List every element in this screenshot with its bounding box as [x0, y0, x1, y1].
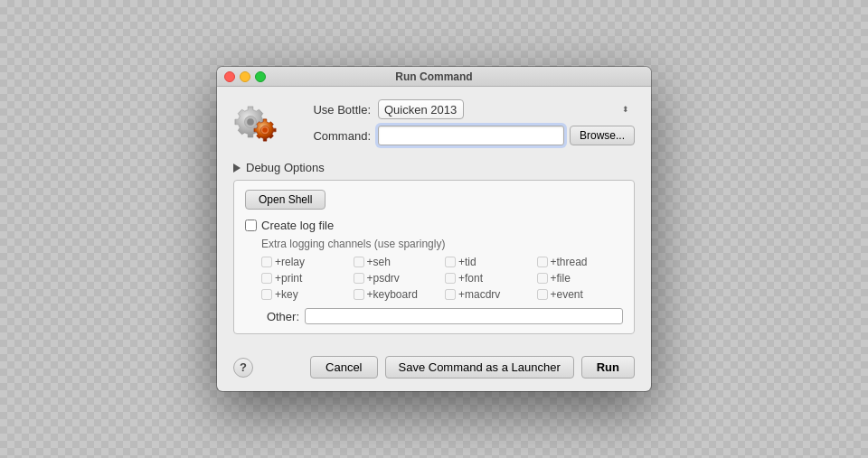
log-option-macdrv: +macdrv [445, 288, 532, 301]
other-row: Other: [261, 308, 623, 324]
command-row: Command: Browse... [289, 126, 635, 145]
event-label: +event [551, 288, 583, 301]
use-bottle-label: Use Bottle: [289, 103, 371, 117]
key-checkbox[interactable] [261, 289, 272, 300]
print-checkbox[interactable] [261, 273, 272, 284]
debug-section: Debug Options Open Shell Create log file… [233, 161, 635, 334]
psdrv-label: +psdrv [367, 272, 400, 285]
event-checkbox[interactable] [537, 289, 548, 300]
bottle-select[interactable]: Quicken 2013 [378, 99, 464, 119]
close-button[interactable] [224, 71, 235, 82]
command-input[interactable] [378, 126, 564, 145]
create-log-checkbox[interactable] [245, 220, 257, 231]
use-bottle-row: Use Bottle: Quicken 2013 ⬍ [289, 99, 635, 119]
debug-section-label: Debug Options [246, 161, 325, 174]
cancel-button[interactable]: Cancel [310, 356, 377, 379]
help-button[interactable]: ? [233, 358, 253, 378]
file-checkbox[interactable] [537, 273, 548, 284]
debug-header[interactable]: Debug Options [233, 161, 635, 174]
keyboard-checkbox[interactable] [354, 289, 364, 300]
select-arrow-icon: ⬍ [622, 105, 629, 114]
font-checkbox[interactable] [445, 273, 456, 284]
other-input[interactable] [305, 308, 623, 324]
minimize-button[interactable] [240, 71, 250, 82]
save-launcher-button[interactable]: Save Command as a Launcher [385, 356, 574, 379]
header-row: Use Bottle: Quicken 2013 ⬍ Command: Brow… [233, 99, 635, 152]
titlebar: Run Command [217, 67, 651, 87]
tid-label: +tid [458, 256, 476, 268]
log-option-psdrv: +psdrv [354, 272, 440, 285]
tid-checkbox[interactable] [445, 257, 456, 267]
extra-logging-label: Extra logging channels (use sparingly) [261, 238, 623, 250]
file-label: +file [551, 272, 571, 285]
macdrv-label: +macdrv [458, 288, 500, 301]
open-shell-button[interactable]: Open Shell [245, 190, 326, 210]
log-option-print: +print [261, 272, 348, 285]
log-option-thread: +thread [537, 256, 624, 268]
window-content: Use Bottle: Quicken 2013 ⬍ Command: Brow… [217, 87, 651, 347]
log-option-relay: +relay [261, 256, 348, 268]
debug-box: Open Shell Create log file Extra logging… [233, 180, 635, 334]
font-label: +font [458, 272, 483, 285]
relay-label: +relay [275, 256, 305, 268]
print-label: +print [275, 272, 302, 285]
log-option-key: +key [261, 288, 348, 301]
create-log-row: Create log file [245, 219, 623, 232]
logging-options-grid: +relay +seh +tid +thread [261, 256, 623, 301]
gear-small-icon [253, 117, 278, 143]
browse-button[interactable]: Browse... [570, 126, 635, 145]
run-command-window: Run Command [217, 67, 651, 391]
svg-point-3 [262, 127, 268, 133]
log-option-file: +file [537, 272, 624, 285]
log-option-font: +font [445, 272, 532, 285]
relay-checkbox[interactable] [261, 257, 272, 267]
seh-label: +seh [367, 256, 391, 268]
other-label: Other: [261, 310, 299, 323]
create-log-label: Create log file [261, 219, 334, 232]
zoom-button[interactable] [255, 71, 266, 82]
key-label: +key [275, 288, 298, 301]
log-option-seh: +seh [354, 256, 440, 268]
log-option-tid: +tid [445, 256, 532, 268]
keyboard-label: +keyboard [367, 288, 418, 301]
gear-icon-container [233, 105, 282, 146]
seh-checkbox[interactable] [354, 257, 364, 267]
titlebar-buttons [224, 71, 266, 82]
macdrv-checkbox[interactable] [445, 289, 456, 300]
triangle-icon [233, 164, 241, 173]
psdrv-checkbox[interactable] [354, 273, 364, 284]
bottle-select-wrapper: Quicken 2013 ⬍ [378, 99, 635, 119]
log-option-event: +event [537, 288, 624, 301]
command-label: Command: [289, 129, 371, 143]
form-fields: Use Bottle: Quicken 2013 ⬍ Command: Brow… [289, 99, 635, 152]
window-title: Run Command [395, 70, 472, 83]
bottom-bar: ? Cancel Save Command as a Launcher Run [217, 347, 651, 391]
run-button[interactable]: Run [581, 356, 635, 379]
thread-checkbox[interactable] [537, 257, 548, 267]
log-option-keyboard: +keyboard [354, 288, 440, 301]
thread-label: +thread [551, 256, 588, 268]
